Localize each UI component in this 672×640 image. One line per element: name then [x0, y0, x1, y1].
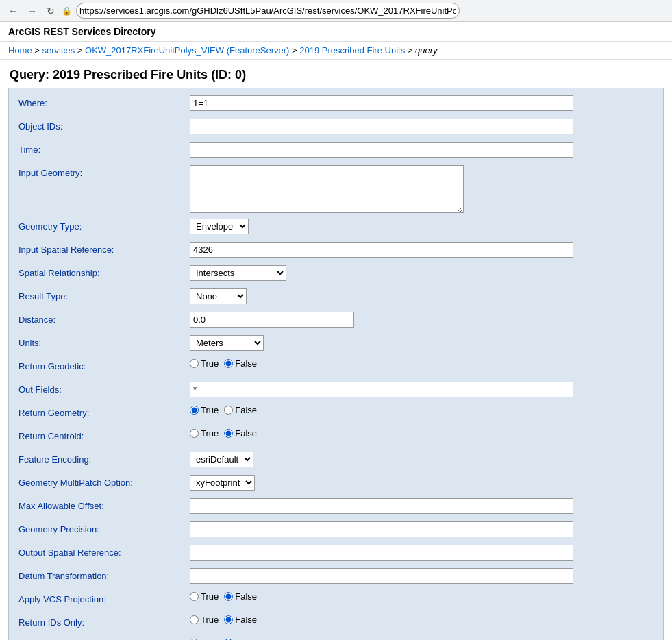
return-geometry-false-label[interactable]: False: [224, 405, 257, 415]
geometry-multipatch-select[interactable]: xyFootprint: [190, 475, 255, 491]
return-geometry-false-radio[interactable]: [224, 406, 233, 415]
units-select[interactable]: Meters Feet Kilometers Miles NauticalMil…: [190, 335, 264, 351]
return-centroid-true-label[interactable]: True: [190, 428, 219, 439]
max-allowable-offset-input[interactable]: [190, 498, 573, 514]
where-control: [190, 95, 654, 111]
objectids-input[interactable]: [190, 119, 573, 134]
breadcrumb-home[interactable]: Home: [8, 45, 32, 56]
apply-vcs-true-radio[interactable]: [190, 592, 199, 601]
geometry-multipatch-label: Geometry MultiPatch Option:: [18, 475, 190, 488]
input-geometry-control: [190, 165, 654, 213]
feature-encoding-row: Feature Encoding: esriDefault: [18, 452, 654, 469]
return-centroid-false-text: False: [235, 428, 257, 439]
apply-vcs-false-text: False: [235, 591, 257, 602]
return-geodetic-false-label[interactable]: False: [224, 358, 257, 369]
address-bar[interactable]: [76, 3, 460, 19]
distance-control: [190, 312, 654, 328]
feature-encoding-select[interactable]: esriDefault: [190, 452, 253, 467]
breadcrumb-feature-server[interactable]: OKW_2017RXFireUnitPolys_VIEW (FeatureSer…: [85, 45, 289, 56]
geometry-type-row: Geometry Type: Envelope Point Polyline P…: [18, 219, 654, 236]
lock-icon: 🔒: [62, 6, 72, 16]
geometry-precision-row: Geometry Precision:: [18, 521, 654, 539]
geometry-precision-input[interactable]: [190, 521, 573, 537]
apply-vcs-false-label[interactable]: False: [224, 591, 257, 602]
geometry-multipatch-control: xyFootprint: [190, 475, 654, 491]
return-ids-only-row: Return IDs Only: True False: [18, 615, 654, 632]
return-ids-only-false-label[interactable]: False: [224, 615, 257, 625]
feature-encoding-control: esriDefault: [190, 452, 654, 467]
return-geodetic-false-radio[interactable]: [224, 359, 233, 368]
result-type-control: None Standard Tile: [190, 288, 654, 304]
datum-transformation-label: Datum Transformation:: [18, 568, 190, 581]
page-title: Query: 2019 Prescribed Fire Units (ID: 0…: [0, 60, 672, 88]
apply-vcs-label: Apply VCS Projection:: [18, 591, 190, 604]
return-ids-only-true-label[interactable]: True: [190, 615, 219, 625]
max-allowable-offset-label: Max Allowable Offset:: [18, 498, 190, 511]
out-fields-input[interactable]: [190, 382, 573, 397]
distance-label: Distance:: [18, 312, 190, 325]
back-button[interactable]: ←: [5, 4, 21, 18]
out-fields-label: Out Fields:: [18, 382, 190, 395]
return-ids-only-label: Return IDs Only:: [18, 615, 190, 628]
geometry-multipatch-row: Geometry MultiPatch Option: xyFootprint: [18, 475, 654, 493]
objectids-row: Object IDs:: [18, 119, 654, 136]
return-centroid-true-radio[interactable]: [190, 429, 199, 438]
units-label: Units:: [18, 335, 190, 348]
return-ids-only-false-radio[interactable]: [224, 615, 233, 624]
breadcrumb-current: query: [415, 45, 438, 56]
datum-transformation-input[interactable]: [190, 568, 573, 584]
apply-vcs-true-label[interactable]: True: [190, 591, 219, 602]
objectids-control: [190, 119, 654, 134]
spatial-relationship-select[interactable]: Intersects Contains Crosses EnvelopeInte…: [190, 265, 286, 281]
return-centroid-false-radio[interactable]: [224, 429, 233, 438]
result-type-select[interactable]: None Standard Tile: [190, 288, 247, 304]
site-title: ArcGIS REST Services Directory: [8, 26, 664, 37]
input-geometry-textarea[interactable]: [190, 165, 464, 213]
input-spatial-ref-input[interactable]: [190, 242, 573, 258]
output-spatial-ref-control: [190, 545, 654, 561]
breadcrumb-layer[interactable]: 2019 Prescribed Fire Units: [299, 45, 405, 56]
return-geometry-true-label[interactable]: True: [190, 405, 219, 415]
query-form: Where: Object IDs: Time: Input Geometry:…: [8, 88, 664, 640]
geometry-type-control: Envelope Point Polyline Polygon Multipoi…: [190, 219, 654, 234]
return-geodetic-true-radio[interactable]: [190, 359, 199, 368]
geometry-precision-control: [190, 521, 654, 537]
where-input[interactable]: [190, 95, 573, 111]
return-geodetic-true-text: True: [201, 358, 219, 369]
spatial-relationship-row: Spatial Relationship: Intersects Contain…: [18, 265, 654, 283]
reload-button[interactable]: ↻: [44, 4, 58, 18]
return-geodetic-control: True False: [190, 358, 654, 369]
return-ids-only-true-radio[interactable]: [190, 615, 199, 624]
return-centroid-true-text: True: [201, 428, 219, 439]
geometry-type-select[interactable]: Envelope Point Polyline Polygon Multipoi…: [190, 219, 249, 234]
return-ids-only-false-text: False: [235, 615, 257, 625]
input-geometry-label: Input Geometry:: [18, 165, 190, 178]
return-geometry-true-radio[interactable]: [190, 406, 199, 415]
return-geodetic-false-text: False: [235, 358, 257, 369]
units-control: Meters Feet Kilometers Miles NauticalMil…: [190, 335, 654, 351]
return-geodetic-label: Return Geodetic:: [18, 358, 190, 371]
time-input[interactable]: [190, 142, 573, 158]
time-control: [190, 142, 654, 158]
input-spatial-ref-label: Input Spatial Reference:: [18, 242, 190, 255]
site-header: ArcGIS REST Services Directory: [0, 22, 672, 42]
input-spatial-ref-row: Input Spatial Reference:: [18, 242, 654, 260]
forward-button[interactable]: →: [25, 4, 40, 18]
return-geodetic-true-label[interactable]: True: [190, 358, 219, 369]
return-centroid-label: Return Centroid:: [18, 428, 190, 441]
browser-toolbar: ← → ↻ 🔒: [0, 0, 672, 22]
distance-input[interactable]: [190, 312, 354, 328]
return-geodetic-row: Return Geodetic: True False: [18, 358, 654, 376]
breadcrumb-services[interactable]: services: [42, 45, 75, 56]
output-spatial-ref-input[interactable]: [190, 545, 573, 561]
input-geometry-row: Input Geometry:: [18, 165, 654, 213]
time-row: Time:: [18, 142, 654, 160]
return-centroid-false-label[interactable]: False: [224, 428, 257, 439]
apply-vcs-true-text: True: [201, 591, 219, 602]
spatial-relationship-control: Intersects Contains Crosses EnvelopeInte…: [190, 265, 654, 281]
apply-vcs-false-radio[interactable]: [224, 592, 233, 601]
feature-encoding-label: Feature Encoding:: [18, 452, 190, 465]
result-type-label: Result Type:: [18, 288, 190, 301]
return-centroid-control: True False: [190, 428, 654, 439]
return-geometry-control: True False: [190, 405, 654, 415]
